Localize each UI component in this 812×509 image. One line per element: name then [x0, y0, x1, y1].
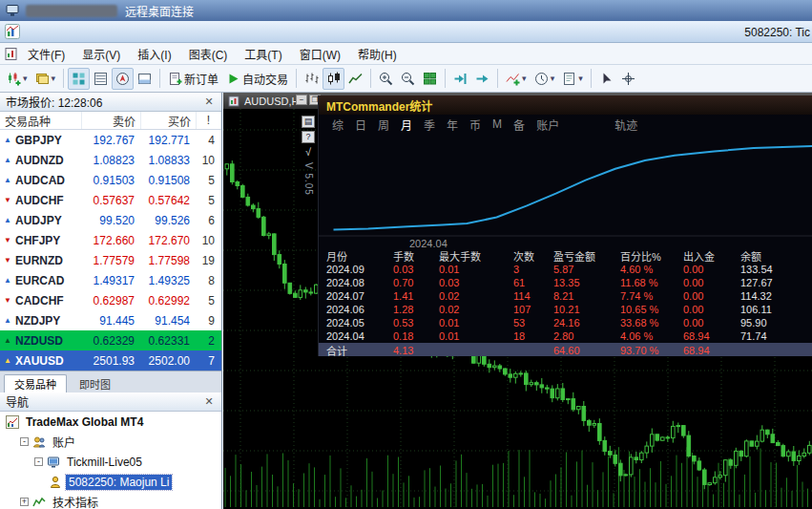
mtc-tab-7[interactable]: M	[487, 117, 508, 131]
mtc-cell: 95.90	[740, 317, 812, 329]
tab-tick-chart[interactable]: 即时图	[69, 374, 121, 392]
crosshair-tool-button[interactable]	[617, 68, 639, 90]
mtc-cell: 2024.09	[326, 264, 393, 275]
tree-item-trademax-global-mt4[interactable]: TradeMax Global MT4	[0, 412, 221, 432]
spread-cell: 5	[197, 194, 221, 207]
shift-chart-end-button[interactable]	[449, 68, 471, 90]
toolbar-separator	[497, 69, 498, 88]
mtc-tab-5[interactable]: 年	[441, 117, 464, 133]
mtc-cell: 0.01	[439, 264, 513, 275]
mtc-tab-1[interactable]: 日	[349, 117, 372, 133]
mtc-tab-3[interactable]: 月	[395, 117, 418, 133]
mtc-cell: 0.00	[683, 317, 740, 329]
market-watch-toggle-button[interactable]	[68, 68, 90, 90]
market-row-AUDJPY[interactable]: ▲AUDJPY99.52099.5266	[0, 210, 221, 230]
bid-cell: 0.91503	[82, 174, 141, 187]
line-chart-type-button[interactable]	[344, 68, 366, 90]
data-window-toggle-button[interactable]	[90, 68, 112, 90]
menu-help[interactable]: 帮助(H)	[349, 43, 406, 65]
cursor-tool-button[interactable]	[595, 68, 617, 90]
navigator-toggle-button[interactable]	[112, 68, 134, 90]
accounts-icon	[32, 435, 46, 449]
mtc-tab-8[interactable]: 备	[508, 117, 531, 133]
collapse-icon[interactable]: -	[20, 437, 29, 446]
mtc-cell: 手数	[393, 248, 439, 264]
tree-item--[interactable]: -账户	[0, 432, 221, 452]
ask-cell: 192.771	[141, 134, 197, 147]
tree-item-tickmill-live05[interactable]: -Tickmill-Live05	[0, 452, 221, 472]
menu-tools[interactable]: 工具(T)	[236, 43, 290, 65]
market-row-NZDJPY[interactable]: ▲NZDJPY91.44591.4549	[0, 310, 221, 330]
timeframes-button[interactable]: ▾	[531, 68, 559, 90]
symbol-cell: ▼AUDCHF	[0, 194, 82, 207]
up-arrow-icon: ▲	[4, 336, 12, 345]
profiles-button[interactable]: ▾	[31, 68, 60, 90]
menu-charts[interactable]: 图表(C)	[180, 43, 237, 65]
mtcommander-title: MTCommander统计	[319, 95, 812, 115]
down-arrow-icon: ▼	[4, 256, 12, 265]
mtc-tab-track[interactable]: 轨迹	[609, 117, 643, 133]
menu-insert[interactable]: 插入(I)	[129, 43, 179, 65]
mtc-cell: 68.94	[683, 330, 740, 342]
tile-windows-button[interactable]	[419, 68, 441, 90]
mtc-cell: 余额	[740, 248, 812, 264]
bar-chart-type-button[interactable]	[301, 68, 323, 90]
mtc-cell: 64.60	[553, 345, 620, 356]
mtc-tab-4[interactable]: 季	[418, 117, 441, 133]
menu-window[interactable]: 窗口(W)	[291, 43, 349, 65]
market-row-AUDCAD[interactable]: ▲AUDCAD0.915030.915085	[0, 170, 221, 190]
terminal-toggle-button[interactable]	[134, 68, 156, 90]
zoom-in-button[interactable]	[375, 68, 397, 90]
menu-view[interactable]: 显示(V)	[73, 43, 129, 65]
market-row-GBPJPY[interactable]: ▲GBPJPY192.767192.7714	[0, 130, 221, 150]
toolbar-separator	[159, 69, 160, 88]
tab-symbols[interactable]: 交易品种	[4, 374, 67, 392]
collapse-icon[interactable]: -	[34, 457, 43, 466]
panel-tool-button[interactable]: ▤	[302, 116, 315, 128]
zoom-out-button[interactable]	[397, 68, 419, 90]
mtc-tab-6[interactable]: 币	[464, 117, 487, 133]
tree-item--[interactable]: +技术指标	[0, 492, 221, 509]
toolbar: ▾ ▾ 新订单 自动交易 ▾ ▾ ▾	[0, 65, 812, 93]
tree-item-5082250-maojun-li[interactable]: 5082250: Maojun Li	[0, 472, 221, 492]
market-row-XAUUSD[interactable]: ▲XAUUSD2501.932502.007	[0, 350, 221, 371]
expand-icon[interactable]: +	[20, 498, 29, 506]
indicators-button[interactable]: ▾	[502, 68, 531, 90]
market-row-CHFJPY[interactable]: ▼CHFJPY172.660172.67010	[0, 230, 221, 250]
market-row-AUDNZD[interactable]: ▲AUDNZD1.088231.0883310	[0, 150, 221, 170]
up-arrow-icon: ▲	[4, 356, 12, 365]
column-header-3[interactable]: !	[197, 112, 221, 129]
market-row-EURCAD[interactable]: ▲EURCAD1.493171.493258	[0, 270, 221, 290]
market-row-NZDUSD[interactable]: ▲NZDUSD0.623290.623312	[0, 330, 221, 350]
help-tool-button[interactable]: ?	[302, 131, 315, 143]
mtc-tab-0[interactable]: 综	[326, 117, 349, 133]
mtcommander-tabs: 综日周月季年币M备账户轨迹	[319, 115, 812, 134]
column-header-2[interactable]: 买价	[141, 112, 197, 129]
mtc-tab-2[interactable]: 周	[372, 117, 395, 133]
ask-cell: 91.454	[141, 314, 197, 328]
chart-canvas[interactable]: AUDUSD,H1 − ❐ ▤ ? √ V 5.05 MTCommander统计…	[223, 93, 812, 509]
templates-button[interactable]: ▾	[558, 68, 587, 90]
candlestick-type-button[interactable]	[323, 68, 344, 90]
dropdown-caret-icon: ▾	[522, 74, 527, 83]
market-row-EURNZD[interactable]: ▼EURNZD1.775791.7759819	[0, 250, 221, 270]
tree-item-label: Tickmill-Live05	[64, 455, 145, 470]
close-icon[interactable]: ✕	[202, 95, 216, 108]
spread-cell: 19	[197, 254, 221, 267]
menu-file[interactable]: 文件(F)	[19, 43, 73, 65]
market-row-AUDCHF[interactable]: ▼AUDCHF0.576370.576425	[0, 190, 221, 210]
minimize-icon[interactable]: −	[296, 95, 307, 105]
market-row-CADCHF[interactable]: ▼CADCHF0.629870.629925	[0, 290, 221, 310]
close-icon[interactable]: ✕	[202, 395, 216, 408]
mtc-tab-9[interactable]: 账户	[531, 117, 565, 133]
menu-items: 文件(F)显示(V)插入(I)图表(C)工具(T)窗口(W)帮助(H)	[19, 43, 406, 65]
column-header-1[interactable]: 卖价	[82, 112, 141, 129]
autotrading-button[interactable]: 自动交易	[222, 68, 292, 90]
new-order-button[interactable]: 新订单	[164, 68, 222, 90]
new-chart-button[interactable]: ▾	[3, 68, 31, 90]
tree-item-label: 账户	[50, 433, 78, 451]
auto-scroll-button[interactable]	[471, 68, 493, 90]
column-header-0[interactable]: 交易品种	[0, 112, 82, 129]
toolbar-separator	[591, 69, 592, 88]
mtc-cell: 2024.08	[326, 277, 393, 288]
